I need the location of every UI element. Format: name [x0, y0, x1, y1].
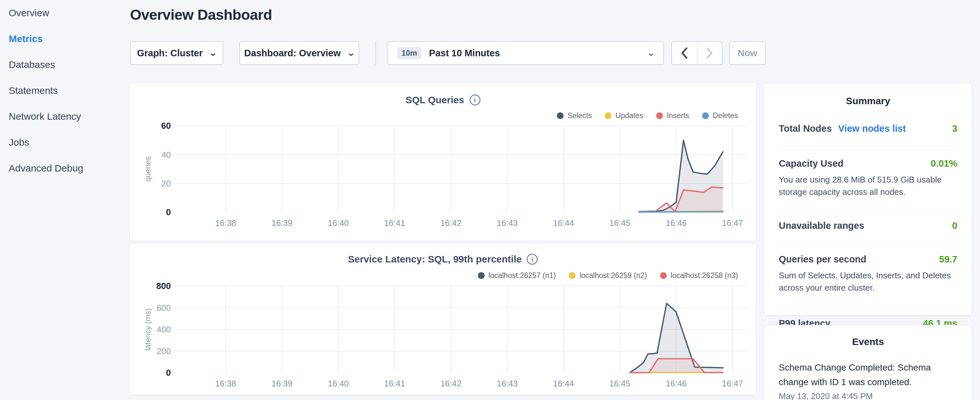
controls-divider — [375, 41, 376, 65]
svg-text:16:44: 16:44 — [553, 218, 574, 228]
svg-text:16:41: 16:41 — [384, 379, 405, 388]
summary-row-description: You are using 28.6 MiB of 515.9 GiB usab… — [779, 174, 957, 198]
svg-text:400: 400 — [157, 325, 171, 334]
summary-row-description: Sum of Selects, Updates, Inserts, and De… — [779, 269, 957, 294]
dashboard-dropdown-label: Dashboard: Overview — [244, 48, 341, 59]
svg-text:16:46: 16:46 — [665, 218, 687, 228]
page-title: Overview Dashboard — [130, 6, 272, 23]
event-message: Schema Change Completed: Schema change w… — [779, 360, 957, 389]
chevron-down-icon: ⌄ — [347, 49, 355, 57]
now-button[interactable]: Now — [729, 41, 766, 65]
svg-text:0: 0 — [166, 207, 171, 217]
chevron-down-icon: ⌄ — [646, 49, 655, 57]
summary-divider — [779, 146, 957, 147]
time-range-badge: 10m — [397, 47, 421, 59]
svg-text:16:47: 16:47 — [722, 218, 743, 228]
svg-text:0: 0 — [166, 368, 171, 378]
sidebar-item-network-latency[interactable]: Network Latency — [0, 104, 129, 129]
summary-row-label: Capacity Used — [779, 158, 843, 169]
summary-divider — [779, 308, 957, 308]
sidebar-item-databases[interactable]: Databases — [0, 52, 129, 78]
svg-text:16:43: 16:43 — [496, 379, 518, 388]
events-title: Events — [779, 336, 957, 347]
back-chevron-icon — [681, 47, 688, 59]
svg-text:16:44: 16:44 — [553, 379, 574, 388]
summary-row: Queries per second59.7 — [779, 254, 957, 265]
dashboard-dropdown[interactable]: Dashboard: Overview ⌄ — [239, 41, 359, 65]
summary-divider — [779, 242, 957, 242]
time-shift-button-group — [671, 41, 722, 65]
graph-scope-dropdown[interactable]: Graph: Cluster ⌄ — [130, 41, 223, 65]
svg-text:16:42: 16:42 — [440, 379, 461, 388]
graph-scope-dropdown-label: Graph: Cluster — [137, 48, 202, 59]
svg-text:latency (ms): latency (ms) — [143, 308, 152, 351]
summary-panel: Summary Total NodesView nodes list3Capac… — [764, 83, 972, 316]
svg-text:16:47: 16:47 — [722, 379, 743, 388]
forward-chevron-icon — [706, 47, 713, 59]
svg-text:queries: queries — [143, 156, 152, 182]
sidebar-item-overview[interactable]: Overview — [0, 0, 129, 26]
summary-row-value: 0.01% — [931, 158, 957, 169]
time-shift-back-button[interactable] — [672, 42, 697, 64]
svg-text:16:42: 16:42 — [440, 218, 461, 228]
metrics-page: OverviewMetricsDatabasesStatementsNetwor… — [0, 0, 980, 400]
summary-row-label: Unavailable ranges — [779, 220, 864, 231]
sidebar-item-metrics[interactable]: Metrics — [0, 26, 129, 52]
sidebar: OverviewMetricsDatabasesStatementsNetwor… — [0, 0, 129, 400]
sql-queries-chart-card: SQL Queries i SelectsUpdatesInsertsDelet… — [129, 83, 756, 241]
summary-row: Total NodesView nodes list3 — [779, 123, 957, 134]
svg-text:16:45: 16:45 — [609, 218, 630, 228]
now-button-label: Now — [738, 48, 757, 59]
summary-row: Unavailable ranges0 — [779, 220, 957, 231]
sidebar-item-statements[interactable]: Statements — [0, 78, 129, 104]
svg-text:60: 60 — [161, 121, 171, 131]
svg-text:16:39: 16:39 — [272, 218, 293, 228]
summary-divider — [779, 209, 957, 209]
summary-title: Summary — [779, 96, 957, 107]
svg-text:20: 20 — [161, 178, 171, 188]
chevron-down-icon: ⌄ — [209, 49, 217, 57]
sql-queries-plot[interactable]: 020406016:3816:3916:4016:4116:4216:4316:… — [130, 83, 757, 241]
service-latency-chart-card: Service Latency: SQL, 99th percentile i … — [129, 244, 756, 395]
events-panel: Events Schema Change Completed: Schema c… — [764, 325, 972, 400]
svg-text:16:45: 16:45 — [609, 379, 630, 388]
summary-rows: Total NodesView nodes list3Capacity Used… — [779, 123, 957, 329]
svg-text:16:46: 16:46 — [665, 379, 687, 388]
svg-text:16:40: 16:40 — [328, 379, 349, 388]
summary-row-value: 0 — [952, 220, 957, 231]
svg-text:200: 200 — [157, 346, 171, 356]
view-nodes-list-link[interactable]: View nodes list — [838, 123, 906, 134]
time-range-label: Past 10 Minutes — [429, 48, 500, 59]
svg-text:16:40: 16:40 — [328, 218, 349, 228]
sidebar-item-jobs[interactable]: Jobs — [0, 129, 129, 155]
svg-text:16:38: 16:38 — [215, 218, 236, 228]
summary-row-label: Queries per second — [779, 254, 866, 265]
svg-text:16:38: 16:38 — [215, 379, 236, 388]
time-shift-forward-button[interactable] — [697, 42, 722, 64]
svg-text:16:39: 16:39 — [272, 379, 293, 388]
service-latency-plot[interactable]: 020040060080016:3816:3916:4016:4116:4216… — [130, 244, 757, 395]
event-timestamp: May 13, 2020 at 4:45 PM — [779, 391, 957, 400]
svg-text:40: 40 — [161, 150, 171, 159]
svg-text:600: 600 — [157, 303, 171, 312]
sidebar-item-advanced-debug[interactable]: Advanced Debug — [0, 155, 129, 181]
summary-row-label: Total Nodes — [779, 123, 832, 134]
time-range-dropdown[interactable]: 10m Past 10 Minutes ⌄ — [388, 41, 664, 65]
svg-text:16:41: 16:41 — [384, 218, 405, 228]
svg-text:800: 800 — [156, 281, 171, 291]
summary-row-value: 59.7 — [939, 254, 957, 265]
event-item[interactable]: Schema Change Completed: Schema change w… — [779, 360, 957, 400]
svg-text:16:43: 16:43 — [496, 218, 518, 228]
summary-row: Capacity Used0.01% — [779, 158, 957, 169]
events-list: Schema Change Completed: Schema change w… — [779, 360, 957, 400]
summary-row-value: 3 — [952, 123, 957, 134]
